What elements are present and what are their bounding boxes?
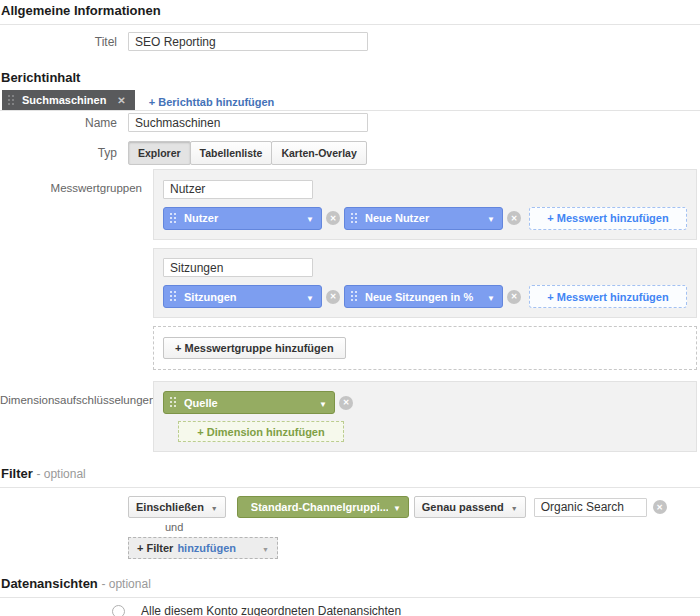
metric-group-1-name-input[interactable] xyxy=(163,180,313,199)
name-input[interactable] xyxy=(128,113,368,132)
report-editor: Allgemeine Informationen Titel Berichtin… xyxy=(0,0,700,616)
chevron-down-icon xyxy=(204,501,218,513)
metric-group-1: Nutzer Neue Nutzer + Messwert hinzufügen xyxy=(153,169,697,240)
dimensions-row: Dimensionsaufschlüsselungen Quelle + Dim… xyxy=(0,381,700,452)
close-icon[interactable]: ✕ xyxy=(117,95,125,106)
filter-match-dropdown[interactable]: Genau passend xyxy=(414,496,526,518)
dimension-pill-quelle[interactable]: Quelle xyxy=(163,391,335,414)
dimension-pills: Quelle xyxy=(163,391,687,414)
name-label: Name xyxy=(0,116,117,130)
metric-pill-neue-sitzungen[interactable]: Neue Sitzungen in % xyxy=(344,285,503,308)
add-metric-button[interactable]: + Messwert hinzufügen xyxy=(529,207,687,230)
filter-include-dropdown[interactable]: Einschließen xyxy=(128,496,226,518)
metric-groups-row: Messwertgruppen Nutzer Neue Nutzer xyxy=(0,169,700,370)
chevron-down-icon[interactable] xyxy=(482,212,495,224)
filter-field-label: Standard-Channelgruppi... xyxy=(251,501,388,513)
radio-all-views-label: Alle diesem Konto zugeordneten Datenansi… xyxy=(141,604,401,616)
name-row: Name xyxy=(0,113,700,132)
content-heading-text: Berichtinhalt xyxy=(1,70,80,85)
tab-label: Suchmaschinen xyxy=(22,94,106,106)
chevron-down-icon xyxy=(262,542,269,554)
remove-filter-icon[interactable] xyxy=(653,500,667,514)
metric-groups-label: Messwertgruppen xyxy=(0,169,142,194)
remove-metric-icon[interactable] xyxy=(507,211,521,225)
filter-include-label: Einschließen xyxy=(136,501,204,513)
radio-all-views[interactable] xyxy=(112,605,125,616)
report-tab-bar: Suchmaschinen ✕ + Berichttab hinzufügen xyxy=(0,89,700,111)
section-general-heading: Allgemeine Informationen xyxy=(0,3,700,25)
add-filter-suffix: hinzufügen xyxy=(177,542,236,554)
titel-label: Titel xyxy=(0,35,117,49)
typ-row: Typ Explorer Tabellenliste Karten-Overla… xyxy=(0,141,700,165)
add-filter-button[interactable]: + Filter hinzufügen xyxy=(128,537,278,559)
chevron-down-icon xyxy=(504,501,518,513)
titel-row: Titel xyxy=(0,32,700,51)
metric-pill-nutzer[interactable]: Nutzer xyxy=(163,207,322,230)
views-optional-text: - optional xyxy=(101,577,150,591)
titel-input[interactable] xyxy=(128,32,368,51)
add-report-tab-link[interactable]: + Berichttab hinzufügen xyxy=(149,96,275,108)
views-heading-text: Datenansichten xyxy=(1,576,98,591)
chevron-down-icon[interactable] xyxy=(301,291,314,303)
filter-value-input[interactable] xyxy=(534,498,647,517)
filter-optional-text: - optional xyxy=(36,467,85,481)
dimension-pill-label: Quelle xyxy=(184,397,314,409)
add-dimension-button[interactable]: + Dimension hinzufügen xyxy=(178,421,344,442)
metric-group-1-pills: Nutzer Neue Nutzer + Messwert hinzufügen xyxy=(163,207,687,230)
typ-option-explorer[interactable]: Explorer xyxy=(128,141,191,165)
add-metric-button[interactable]: + Messwert hinzufügen xyxy=(529,285,687,308)
metric-group-2-pills: Sitzungen Neue Sitzungen in % + Messwert… xyxy=(163,285,687,308)
dimensions-label: Dimensionsaufschlüsselungen xyxy=(0,381,142,406)
metric-group-2-name-input[interactable] xyxy=(163,258,313,277)
remove-metric-icon[interactable] xyxy=(326,211,340,225)
metric-pill-neue-nutzer[interactable]: Neue Nutzer xyxy=(344,207,503,230)
filter-conjunction-text: und xyxy=(165,521,700,533)
drag-handle-icon xyxy=(351,213,358,224)
metric-pill-label: Neue Nutzer xyxy=(365,212,482,224)
chevron-down-icon[interactable] xyxy=(301,212,314,224)
chevron-down-icon[interactable] xyxy=(314,397,327,409)
typ-option-karten-overlay[interactable]: Karten-Overlay xyxy=(271,141,366,165)
remove-metric-icon[interactable] xyxy=(326,290,340,304)
metric-pill-label: Nutzer xyxy=(184,212,301,224)
add-metric-group-button[interactable]: + Messwertgruppe hinzufügen xyxy=(163,337,346,359)
typ-label: Typ xyxy=(0,146,117,160)
typ-option-tabellenliste[interactable]: Tabellenliste xyxy=(190,141,273,165)
metric-pill-label: Sitzungen xyxy=(184,291,301,303)
drag-handle-icon xyxy=(170,291,177,302)
dimensions-area: Quelle + Dimension hinzufügen xyxy=(153,381,697,452)
add-filter-prefix: + Filter xyxy=(137,542,173,554)
views-option-all-row: Alle diesem Konto zugeordneten Datenansi… xyxy=(112,604,700,616)
drag-handle-icon xyxy=(170,397,177,408)
remove-dimension-icon[interactable] xyxy=(339,396,353,410)
metric-groups-area: Nutzer Neue Nutzer + Messwert hinzufügen xyxy=(153,169,697,370)
drag-handle-icon xyxy=(170,213,177,224)
chevron-down-icon[interactable] xyxy=(482,291,495,303)
add-metric-group-zone: + Messwertgruppe hinzufügen xyxy=(153,326,697,370)
metric-group-2: Sitzungen Neue Sitzungen in % + Messwert… xyxy=(153,248,697,319)
section-content-heading: Berichtinhalt xyxy=(0,70,700,85)
remove-metric-icon[interactable] xyxy=(507,290,521,304)
typ-segmented-control: Explorer Tabellenliste Karten-Overlay xyxy=(128,141,367,165)
filter-heading-text: Filter xyxy=(1,466,33,481)
dimensions-panel: Quelle + Dimension hinzufügen xyxy=(153,381,697,452)
drag-handle-icon xyxy=(8,95,15,106)
filter-match-label: Genau passend xyxy=(422,501,504,513)
filter-field-pill[interactable]: Standard-Channelgruppi... xyxy=(237,496,409,518)
metric-pill-sitzungen[interactable]: Sitzungen xyxy=(163,285,322,308)
section-views-heading: Datenansichten - optional xyxy=(0,576,700,598)
tab-suchmaschinen[interactable]: Suchmaschinen ✕ xyxy=(2,90,135,110)
metric-pill-label: Neue Sitzungen in % xyxy=(365,291,482,303)
filter-condition-row: Einschließen Standard-Channelgruppi... G… xyxy=(128,496,700,518)
general-heading-text: Allgemeine Informationen xyxy=(1,3,161,18)
chevron-down-icon[interactable] xyxy=(388,501,401,513)
drag-handle-icon xyxy=(351,291,358,302)
section-filter-heading: Filter - optional xyxy=(0,466,700,488)
